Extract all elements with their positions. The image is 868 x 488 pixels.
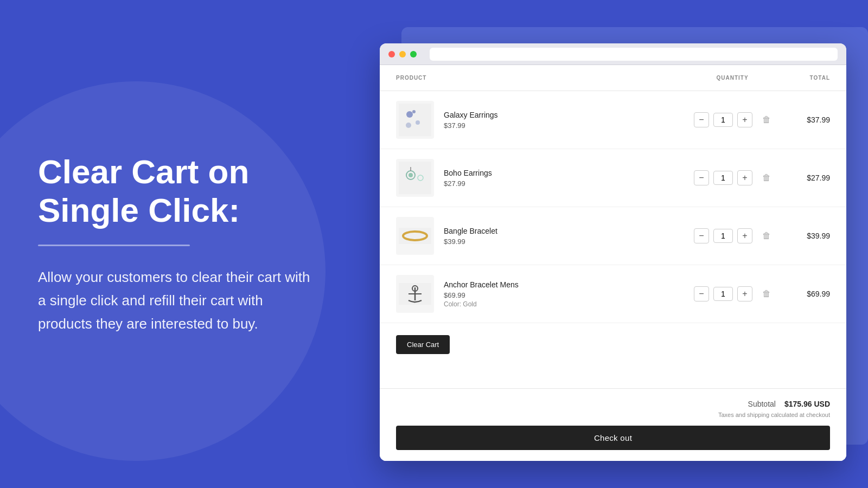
bangle-delete-icon[interactable]: 🗑 xyxy=(762,231,771,241)
boho-earring-image xyxy=(396,159,434,197)
anchor-qty-decrease[interactable]: − xyxy=(694,286,709,301)
cart-item-bangle: Bangle Bracelet $39.99 − + 🗑 $39.99 xyxy=(380,207,846,265)
svg-point-1 xyxy=(406,111,413,118)
boho-earring-name: Boho Earrings xyxy=(444,169,689,177)
bangle-bracelet-info: Bangle Bracelet $39.99 xyxy=(444,227,689,246)
bangle-item-total: $39.99 xyxy=(776,232,830,240)
left-panel: Clear Cart on Single Click: Allow your c… xyxy=(27,0,331,488)
cart-item-anchor: Anchor Bracelet Mens $69.99 Color: Gold … xyxy=(380,265,846,323)
svg-rect-5 xyxy=(399,162,431,194)
tax-note: Taxes and shipping calculated at checkou… xyxy=(396,412,830,418)
boho-earring-info: Boho Earrings $27.99 xyxy=(444,169,689,188)
boho-qty-input[interactable] xyxy=(713,171,733,185)
bangle-qty-input[interactable] xyxy=(713,229,733,243)
bangle-qty-increase[interactable]: + xyxy=(737,228,752,243)
browser-area: PRODUCT QUANTITY TOTAL Galaxy Earrings xyxy=(380,27,868,472)
galaxy-earring-name: Galaxy Earrings xyxy=(444,111,689,119)
total-column-header: TOTAL xyxy=(776,75,830,81)
browser-window: PRODUCT QUANTITY TOTAL Galaxy Earrings xyxy=(380,43,846,461)
boho-item-total: $27.99 xyxy=(776,174,830,182)
checkout-button[interactable]: Check out xyxy=(396,426,830,450)
galaxy-qty-increase[interactable]: + xyxy=(737,112,752,127)
browser-chrome xyxy=(380,43,846,65)
subtotal-value: $175.96 USD xyxy=(784,400,830,408)
galaxy-qty-decrease[interactable]: − xyxy=(694,112,709,127)
anchor-qty-control: − + 🗑 xyxy=(689,286,776,301)
anchor-qty-increase[interactable]: + xyxy=(737,286,752,301)
svg-rect-0 xyxy=(399,104,431,136)
description: Allow your customers to clear their cart… xyxy=(38,266,320,336)
anchor-bracelet-price: $69.99 xyxy=(444,291,689,299)
bangle-qty-control: − + 🗑 xyxy=(689,228,776,243)
galaxy-earring-price: $37.99 xyxy=(444,121,689,130)
bangle-bracelet-price: $39.99 xyxy=(444,237,689,246)
close-dot[interactable] xyxy=(388,51,395,57)
boho-qty-increase[interactable]: + xyxy=(737,170,752,185)
galaxy-delete-icon[interactable]: 🗑 xyxy=(762,115,771,125)
anchor-delete-icon[interactable]: 🗑 xyxy=(762,289,771,299)
boho-earring-price: $27.99 xyxy=(444,179,689,188)
product-column-header: PRODUCT xyxy=(396,75,689,81)
svg-point-3 xyxy=(412,110,416,113)
cart-page: PRODUCT QUANTITY TOTAL Galaxy Earrings xyxy=(380,65,846,461)
boho-qty-control: − + 🗑 xyxy=(689,170,776,185)
bangle-bracelet-name: Bangle Bracelet xyxy=(444,227,689,235)
galaxy-qty-input[interactable] xyxy=(713,113,733,127)
galaxy-earring-info: Galaxy Earrings $37.99 xyxy=(444,111,689,130)
galaxy-earring-image xyxy=(396,101,434,139)
anchor-bracelet-info: Anchor Bracelet Mens $69.99 Color: Gold xyxy=(444,280,689,308)
subtotal-label: Subtotal xyxy=(748,400,776,408)
cart-footer: Subtotal $175.96 USD Taxes and shipping … xyxy=(380,388,846,461)
anchor-bracelet-image xyxy=(396,275,434,313)
svg-point-4 xyxy=(406,123,411,128)
quantity-column-header: QUANTITY xyxy=(689,75,776,81)
anchor-bracelet-variant: Color: Gold xyxy=(444,300,689,308)
galaxy-qty-control: − + 🗑 xyxy=(689,112,776,127)
boho-qty-decrease[interactable]: − xyxy=(694,170,709,185)
anchor-qty-input[interactable] xyxy=(713,287,733,301)
divider xyxy=(38,245,190,246)
svg-point-2 xyxy=(416,120,420,125)
anchor-bracelet-name: Anchor Bracelet Mens xyxy=(444,280,689,289)
cart-item-galaxy: Galaxy Earrings $37.99 − + 🗑 $37.99 xyxy=(380,91,846,149)
bangle-qty-decrease[interactable]: − xyxy=(694,228,709,243)
headline: Clear Cart on Single Click: xyxy=(38,152,320,230)
clear-cart-button[interactable]: Clear Cart xyxy=(396,335,450,354)
bangle-bracelet-image xyxy=(396,217,434,255)
anchor-item-total: $69.99 xyxy=(776,290,830,298)
maximize-dot[interactable] xyxy=(410,51,417,57)
subtotal-row: Subtotal $175.96 USD xyxy=(396,400,830,408)
boho-delete-icon[interactable]: 🗑 xyxy=(762,173,771,183)
galaxy-item-total: $37.99 xyxy=(776,115,830,124)
svg-point-7 xyxy=(409,173,413,177)
url-bar[interactable] xyxy=(430,48,838,61)
minimize-dot[interactable] xyxy=(399,51,406,57)
cart-item-boho: Boho Earrings $27.99 − + 🗑 $27.99 xyxy=(380,149,846,207)
cart-header: PRODUCT QUANTITY TOTAL xyxy=(380,65,846,91)
